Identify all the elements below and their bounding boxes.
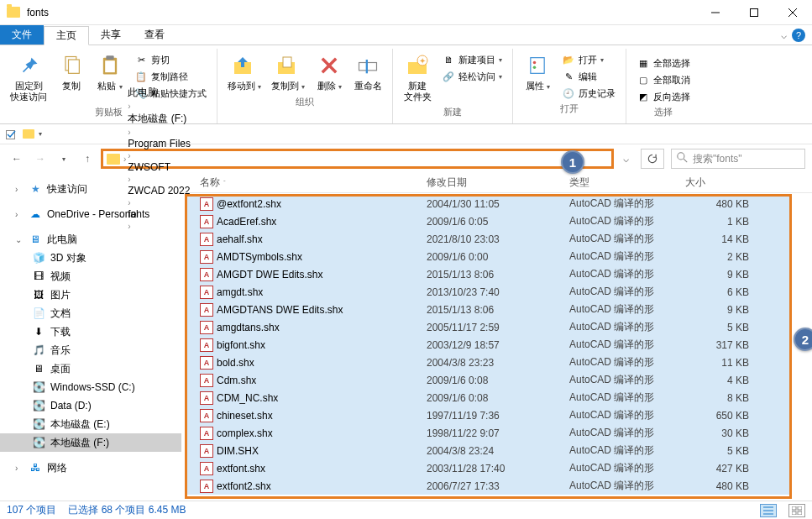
view-large-icons-button[interactable] — [788, 504, 805, 517]
search-input[interactable]: 搜索"fonts" — [671, 149, 805, 169]
tab-file[interactable]: 文件 — [0, 25, 44, 45]
select-all-button[interactable]: ▦全部选择 — [633, 55, 694, 71]
cut-button[interactable]: ✂剪切 — [131, 52, 210, 67]
easy-access-button[interactable]: 🔗轻松访问 ▾ — [438, 69, 506, 84]
file-list[interactable]: A@extfont2.shx2004/1/30 11:05AutoCAD 编译的… — [186, 195, 790, 497]
delete-button[interactable]: 删除 ▾ — [312, 50, 347, 94]
breadcrumb-segment[interactable]: 此电脑 — [128, 86, 191, 100]
file-name: amgdtans.shx — [217, 322, 427, 333]
file-row[interactable]: Acomplex.shx1998/11/22 9:07AutoCAD 编译的形3… — [186, 424, 790, 442]
column-header-name[interactable]: 名称ˆ — [200, 176, 427, 190]
nav-forward-button[interactable]: → — [30, 149, 50, 169]
history-icon: 🕘 — [562, 86, 575, 100]
chevron-right-icon[interactable]: › — [128, 102, 130, 111]
file-row[interactable]: AAMDTSymbols.shx2009/1/6 0:00AutoCAD 编译的… — [186, 248, 790, 265]
new-item-button[interactable]: 🗎新建项目 ▾ — [438, 52, 506, 67]
edit-button[interactable]: ✎编辑 — [558, 69, 619, 84]
tab-home[interactable]: 主页 — [44, 26, 89, 45]
tab-view[interactable]: 查看 — [133, 25, 176, 45]
chevron-right-icon[interactable]: › — [128, 198, 130, 207]
properties-button[interactable]: 属性 ▾ — [520, 50, 555, 94]
shx-file-icon: A — [200, 409, 213, 422]
column-header-size[interactable]: 大小 — [685, 176, 752, 190]
nav-recent-dropdown[interactable]: ▾ — [54, 149, 74, 169]
refresh-button[interactable] — [641, 149, 664, 169]
nav-pictures[interactable]: 🖼图片 — [0, 286, 181, 304]
svg-rect-11 — [283, 57, 291, 67]
copy-button[interactable]: 复制 — [54, 50, 89, 93]
nav-up-button[interactable]: ↑ — [77, 149, 97, 169]
qat-check-icon[interactable] — [5, 128, 18, 140]
file-size: 9 KB — [685, 304, 749, 316]
file-size: 11 KB — [685, 357, 749, 369]
copy-path-icon: 📋 — [134, 70, 148, 83]
nav-desktop[interactable]: 🖥桌面 — [0, 359, 181, 378]
documents-icon: 📄 — [32, 307, 45, 320]
file-row[interactable]: Aamgdtans.shx2005/11/17 2:59AutoCAD 编译的形… — [186, 318, 790, 336]
ribbon-collapse-button[interactable]: ⌵ — [781, 29, 787, 41]
paste-button[interactable]: 粘贴 ▾ — [92, 50, 128, 94]
file-row[interactable]: ACdm.shx2009/1/6 0:08AutoCAD 编译的形4 KB — [186, 371, 790, 389]
tab-share[interactable]: 共享 — [89, 25, 133, 45]
chevron-right-icon[interactable]: › — [123, 155, 126, 164]
nav-this-pc[interactable]: ⌄🖥此电脑 — [0, 230, 181, 249]
file-row[interactable]: ACDM_NC.shx2009/1/6 0:08AutoCAD 编译的形8 KB — [186, 389, 790, 406]
copy-path-button[interactable]: 📋复制路径 — [131, 69, 210, 84]
view-details-button[interactable] — [760, 504, 777, 517]
qat-dropdown[interactable]: ▾ — [39, 130, 42, 138]
invert-selection-button[interactable]: ◩反向选择 — [633, 89, 694, 104]
file-row[interactable]: AAcadEref.shx2009/1/6 0:05AutoCAD 编译的形1 … — [186, 212, 790, 230]
maximize-button[interactable] — [735, 0, 773, 25]
chevron-right-icon[interactable]: › — [128, 222, 130, 231]
pin-to-quickaccess-button[interactable]: 固定到 快速访问 — [7, 50, 50, 104]
chevron-right-icon[interactable]: › — [128, 128, 130, 137]
nav-back-button[interactable]: ← — [7, 149, 27, 169]
nav-3d-objects[interactable]: 🧊3D 对象 — [0, 249, 181, 267]
address-dropdown[interactable]: ⌵ — [617, 153, 634, 165]
breadcrumb-segment[interactable]: Program Files — [128, 138, 191, 149]
nav-drive-c[interactable]: 💽Windows-SSD (C:) — [0, 378, 181, 396]
history-button[interactable]: 🕘历史记录 — [558, 86, 619, 101]
column-header-date[interactable]: 修改日期 — [427, 176, 569, 190]
help-icon[interactable]: ? — [792, 29, 805, 42]
breadcrumb-bar[interactable]: › 此电脑 › 本地磁盘 (F:) › Program Files › ZWSO… — [101, 149, 614, 169]
file-row[interactable]: AAMGDTANS DWE Edits.shx2015/1/13 8:06Aut… — [186, 301, 790, 318]
open-button[interactable]: 📂打开 ▾ — [558, 52, 619, 67]
breadcrumb-segment[interactable]: 本地磁盘 (F:) — [128, 112, 191, 126]
file-row[interactable]: Aextfont2.shx2006/7/27 17:33AutoCAD 编译的形… — [186, 477, 790, 495]
close-button[interactable] — [773, 0, 812, 25]
file-type: AutoCAD 编译的形 — [569, 408, 685, 422]
chevron-right-icon[interactable]: › — [128, 151, 130, 160]
file-row[interactable]: A@extfont2.shx2004/1/30 11:05AutoCAD 编译的… — [186, 195, 790, 212]
move-to-button[interactable]: 移动到 ▾ — [224, 50, 265, 94]
move-to-icon — [231, 52, 258, 79]
select-none-button[interactable]: ▢全部取消 — [633, 72, 694, 87]
file-row[interactable]: Aamgdt.shx2013/10/23 7:40AutoCAD 编译的形6 K… — [186, 283, 790, 301]
minimize-button[interactable] — [696, 0, 735, 25]
nav-drive-d[interactable]: 💽Data (D:) — [0, 396, 181, 415]
chevron-right-icon[interactable]: › — [128, 175, 130, 184]
rename-button[interactable]: 重命名 — [350, 50, 385, 93]
file-row[interactable]: Abigfont.shx2003/12/9 18:57AutoCAD 编译的形3… — [186, 336, 790, 354]
file-row[interactable]: Aaehalf.shx2021/8/10 23:03AutoCAD 编译的形14… — [186, 230, 790, 248]
file-row[interactable]: ADIM.SHX2004/3/8 23:24AutoCAD 编译的形5 KB — [186, 442, 790, 459]
nav-documents[interactable]: 📄文档 — [0, 304, 181, 322]
star-icon: ★ — [29, 182, 42, 196]
nav-music[interactable]: 🎵音乐 — [0, 341, 181, 359]
file-row[interactable]: AAMGDT DWE Edits.shx2015/1/13 8:06AutoCA… — [186, 265, 790, 283]
nav-videos[interactable]: 🎞视频 — [0, 267, 181, 286]
file-row[interactable]: Abold.shx2004/3/8 23:23AutoCAD 编译的形11 KB — [186, 354, 790, 371]
search-placeholder: 搜索"fonts" — [693, 152, 742, 166]
nav-downloads[interactable]: ⬇下载 — [0, 322, 181, 341]
breadcrumb-segment[interactable]: ZWSOFT — [128, 161, 191, 173]
file-row[interactable]: Aextfont.shx2003/11/28 17:40AutoCAD 编译的形… — [186, 459, 790, 477]
nav-drive-f[interactable]: 💽本地磁盘 (F:) — [0, 433, 181, 452]
new-folder-button[interactable]: ✦ 新建 文件夹 — [400, 50, 435, 104]
nav-network[interactable]: ›🖧网络 — [0, 459, 181, 477]
nav-drive-e[interactable]: 💽本地磁盘 (E:) — [0, 415, 181, 433]
column-header-type[interactable]: 类型 — [569, 176, 685, 190]
folder-icon — [7, 7, 20, 18]
qat-folder-icon[interactable] — [22, 128, 35, 140]
file-row[interactable]: Achineset.shx1997/11/19 7:36AutoCAD 编译的形… — [186, 406, 790, 424]
copy-to-button[interactable]: 复制到 ▾ — [268, 50, 308, 94]
